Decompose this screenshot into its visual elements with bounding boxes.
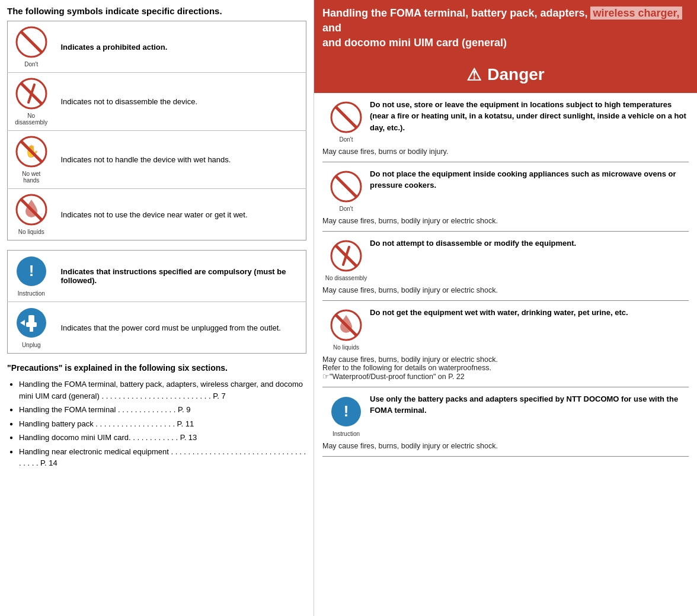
warning3-sub-text: May cause fires, burns, bodily injury or… (322, 286, 689, 294)
warning-row-3: No disassembly Do not attempt to disasse… (322, 238, 689, 281)
list-item: Handling the FOMA terminal, battery pack… (9, 378, 306, 402)
svg-rect-15 (30, 327, 33, 332)
no-wet-text: Indicates not to handle the device with … (55, 131, 306, 189)
list-item: Handling battery pack . . . . . . . . . … (9, 418, 306, 430)
list-item: Handling near electronic medical equipme… (9, 446, 306, 469)
no-liquids-icon (15, 194, 47, 226)
section-header: Handling the FOMA terminal, battery pack… (314, 0, 697, 57)
instruction-icon-cell: ! Instruction (8, 251, 55, 302)
section-title-and: and (322, 22, 341, 34)
no-disassembly-label: No disassembly (14, 113, 49, 126)
warning-block-4: No liquids Do not get the equipment wet … (322, 301, 689, 387)
warning1-main-text: Do not use, store or leave the equipment… (370, 99, 689, 134)
instruction-icon-warning5: ! (330, 396, 362, 428)
warning-block-3: No disassembly Do not attempt to disasse… (322, 232, 689, 301)
warning4-main-text: Do not get the equipment wet with water,… (370, 307, 689, 319)
dont-icon-warning1 (330, 101, 362, 133)
symbol-row-no-disassembly: No disassembly Indicates not to disassem… (8, 73, 306, 131)
right-content: Don't Do not use, store or leave the equ… (314, 93, 697, 465)
symbol-row-instruction: ! Instruction Indicates that instruction… (8, 251, 306, 302)
dont-label: Don't (14, 61, 49, 68)
unplug-icon (15, 307, 47, 339)
dont-icon-warning2 (330, 171, 362, 203)
symbol-row-unplug: Unplug Indicates that the power cord mus… (8, 302, 306, 354)
warning3-icon-label: No disassembly (322, 275, 370, 281)
no-disassembly-icon (15, 78, 47, 110)
warning2-icon-label: Don't (322, 206, 370, 212)
section-title-highlight: wireless charger, (590, 7, 682, 20)
instruction-text: Indicates that instructions specified ar… (55, 251, 306, 302)
symbol-table-2: ! Instruction Indicates that instruction… (7, 250, 306, 354)
section-title-part1: Handling the FOMA terminal, battery pack… (322, 7, 590, 19)
danger-header: ⚠ Danger (314, 57, 697, 93)
section-title-part2: and docomo mini UIM card (general) (322, 37, 507, 49)
warning5-icon-label: Instruction (322, 431, 370, 437)
svg-text:!: ! (28, 262, 34, 280)
svg-text:!: ! (344, 402, 349, 420)
warning5-sub-text: May cause fires, burns, bodily injury or… (322, 442, 689, 450)
unplug-icon-cell: Unplug (8, 302, 55, 354)
dont-text: Indicates a prohibited action. (55, 21, 306, 73)
warning-icon-cell-5: ! Instruction (322, 393, 370, 437)
no-wet-hands-icon: ✋ (15, 136, 47, 168)
symbol-table: Don't Indicates a prohibited action. No … (7, 21, 306, 240)
symbol-row-no-liquids: No liquids Indicates not to use the devi… (8, 189, 306, 240)
symbol-row-dont: Don't Indicates a prohibited action. (8, 21, 306, 73)
right-column: Handling the FOMA terminal, battery pack… (314, 0, 697, 616)
left-column: The following symbols indicate specific … (0, 0, 314, 616)
warning-block-1: Don't Do not use, store or leave the equ… (322, 93, 689, 162)
list-item: Handling the FOMA terminal . . . . . . .… (9, 404, 306, 416)
warning3-main-text: Do not attempt to disassemble or modify … (370, 238, 689, 249)
warning2-sub-text: May cause fires, burns, bodily injury or… (322, 217, 689, 225)
warning-row-5: ! Instruction Use only the battery packs… (322, 393, 689, 437)
danger-label: Danger (487, 65, 544, 84)
warning1-icon-label: Don't (322, 136, 370, 143)
no-liquids-text: Indicates not to use the device near wat… (55, 189, 306, 240)
warning-icon-cell-1: Don't (322, 99, 370, 143)
intro-heading: The following symbols indicate specific … (7, 6, 306, 16)
instruction-icon: ! (15, 255, 47, 287)
warning-row-4: No liquids Do not get the equipment wet … (322, 307, 689, 351)
warning1-sub-text: May cause fires, burns or bodily injury. (322, 147, 689, 156)
no-liquids-label: No liquids (14, 229, 49, 235)
no-wet-icon-cell: ✋ No wet hands (8, 131, 55, 189)
unplug-text: Indicates that the power cord must be un… (55, 302, 306, 354)
warning-icon-cell-2: Don't (322, 168, 370, 212)
instruction-label: Instruction (14, 290, 49, 297)
warning-icon-cell-3: No disassembly (322, 238, 370, 281)
svg-rect-14 (26, 322, 37, 327)
no-disassembly-text: Indicates not to disassemble the device. (55, 73, 306, 131)
dont-icon (15, 26, 47, 58)
warning-block-5: ! Instruction Use only the battery packs… (322, 387, 689, 457)
no-liquids-icon-warning4 (330, 309, 362, 341)
dont-icon-cell: Don't (8, 21, 55, 73)
list-item: Handling docomo mini UIM card. . . . . .… (9, 432, 306, 444)
svg-rect-13 (28, 315, 34, 323)
warning5-main-text: Use only the battery packs and adapters … (370, 393, 689, 416)
no-wet-label: No wet hands (14, 171, 49, 184)
warning-block-2: Don't Do not place the equipment inside … (322, 162, 689, 232)
warning2-main-text: Do not place the equipment inside cookin… (370, 168, 689, 191)
unplug-label: Unplug (14, 342, 49, 348)
no-disassembly-icon-warning3 (330, 240, 362, 272)
warning-row-2: Don't Do not place the equipment inside … (322, 168, 689, 212)
warning4-icon-label: No liquids (322, 344, 370, 351)
bullet-list: Handling the FOMA terminal, battery pack… (9, 378, 306, 469)
symbol-row-no-wet: ✋ No wet hands Indicates not to handle t… (8, 131, 306, 189)
no-disassembly-icon-cell: No disassembly (8, 73, 55, 131)
precautions-intro: "Precautions" is explained in the follow… (7, 363, 306, 373)
warning-row-1: Don't Do not use, store or leave the equ… (322, 99, 689, 143)
no-liquids-icon-cell: No liquids (8, 189, 55, 240)
warning4-sub-text: May cause fires, burns, bodily injury or… (322, 355, 689, 381)
warning-icon-cell-4: No liquids (322, 307, 370, 351)
warning-triangle-icon: ⚠ (466, 65, 481, 85)
